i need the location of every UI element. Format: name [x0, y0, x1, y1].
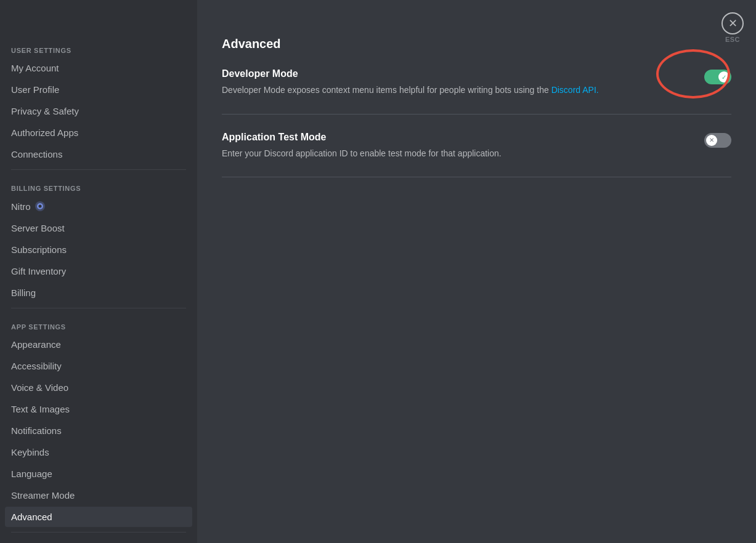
main-content: Advanced Developer Mode Developer Mode e… [197, 0, 756, 543]
user-settings-label: USER SETTINGS [5, 37, 192, 57]
sidebar-item-label: User Profile [11, 84, 59, 95]
sidebar-item-label: Privacy & Safety [11, 106, 79, 116]
sidebar-item-appearance[interactable]: Appearance [5, 334, 192, 355]
sidebar-item-server-boost[interactable]: Server Boost [5, 218, 192, 238]
sidebar-item-user-profile[interactable]: User Profile [5, 79, 192, 100]
activity-settings-label: ACTIVITY SETTINGS [5, 537, 192, 543]
billing-settings-label: BILLING SETTINGS [5, 175, 192, 195]
application-test-mode-toggle-knob: ✕ [706, 135, 717, 146]
sidebar-item-label: Appearance [11, 339, 61, 350]
divider-2 [11, 308, 186, 308]
sidebar-item-label: Connections [11, 149, 62, 159]
nitro-icon [35, 201, 46, 212]
sidebar-item-label: Advanced [11, 512, 52, 522]
sidebar-item-label: Streamer Mode [11, 490, 75, 501]
sidebar-item-label: Voice & Video [11, 382, 68, 393]
esc-label: ESC [725, 36, 740, 43]
sidebar-item-label: Keybinds [11, 447, 49, 457]
sidebar: USER SETTINGS My Account User Profile Pr… [0, 0, 197, 543]
sidebar-item-subscriptions[interactable]: Subscriptions [5, 239, 192, 260]
sidebar-item-authorized-apps[interactable]: Authorized Apps [5, 123, 192, 143]
sidebar-item-keybinds[interactable]: Keybinds [5, 442, 192, 462]
sidebar-item-accessibility[interactable]: Accessibility [5, 356, 192, 376]
x-icon: ✕ [709, 137, 714, 143]
application-test-mode-info: Application Test Mode Enter your Discord… [222, 132, 692, 160]
application-test-mode-toggle-wrapper: ✕ [704, 133, 731, 148]
developer-mode-info: Developer Mode Developer Mode exposes co… [222, 68, 692, 97]
sidebar-item-gift-inventory[interactable]: Gift Inventory [5, 261, 192, 281]
sidebar-item-label: Server Boost [11, 223, 65, 233]
sidebar-item-billing[interactable]: Billing [5, 283, 192, 303]
sidebar-item-label: Text & Images [11, 404, 70, 414]
application-test-mode-desc: Enter your Discord application ID to ena… [222, 148, 692, 160]
developer-mode-toggle-knob: ✓ [718, 71, 730, 82]
application-test-mode-section: Application Test Mode Enter your Discord… [222, 132, 731, 178]
application-test-mode-toggle[interactable]: ✕ [704, 133, 731, 148]
sidebar-item-label: Subscriptions [11, 244, 67, 255]
application-test-mode-name: Application Test Mode [222, 132, 692, 143]
sidebar-item-label: Accessibility [11, 361, 62, 371]
sidebar-item-nitro[interactable]: Nitro [5, 196, 192, 217]
check-icon: ✓ [721, 74, 726, 81]
developer-mode-desc: Developer Mode exposes context menu item… [222, 84, 692, 97]
sidebar-item-voice-video[interactable]: Voice & Video [5, 377, 192, 398]
sidebar-item-connections[interactable]: Connections [5, 144, 192, 164]
sidebar-item-label: Gift Inventory [11, 266, 66, 276]
divider-1 [11, 169, 186, 170]
sidebar-item-my-account[interactable]: My Account [5, 58, 192, 78]
application-test-mode-row: Application Test Mode Enter your Discord… [222, 132, 731, 160]
developer-mode-name: Developer Mode [222, 68, 692, 79]
sidebar-item-streamer-mode[interactable]: Streamer Mode [5, 485, 192, 505]
developer-mode-row: Developer Mode Developer Mode exposes co… [222, 68, 731, 97]
sidebar-item-label: Nitro [11, 201, 31, 212]
page-title: Advanced [222, 37, 731, 51]
sidebar-item-language[interactable]: Language [5, 464, 192, 484]
app-settings-label: APP SETTINGS [5, 313, 192, 333]
sidebar-item-label: Billing [11, 288, 36, 298]
sidebar-item-privacy-safety[interactable]: Privacy & Safety [5, 101, 192, 121]
discord-api-link[interactable]: Discord API. [551, 85, 599, 95]
divider-3 [11, 532, 186, 533]
developer-mode-toggle-wrapper: ✓ [704, 70, 731, 84]
sidebar-item-text-images[interactable]: Text & Images [5, 399, 192, 419]
sidebar-item-advanced[interactable]: Advanced [5, 507, 192, 527]
close-button[interactable]: ✕ [721, 12, 744, 34]
sidebar-item-label: Authorized Apps [11, 127, 78, 138]
developer-mode-toggle[interactable]: ✓ [704, 70, 731, 84]
sidebar-item-label: Notifications [11, 425, 62, 436]
developer-mode-section: Developer Mode Developer Mode exposes co… [222, 68, 731, 115]
svg-point-2 [38, 205, 41, 208]
sidebar-item-label: Language [11, 469, 52, 479]
sidebar-item-notifications[interactable]: Notifications [5, 420, 192, 441]
sidebar-item-label: My Account [11, 63, 59, 73]
